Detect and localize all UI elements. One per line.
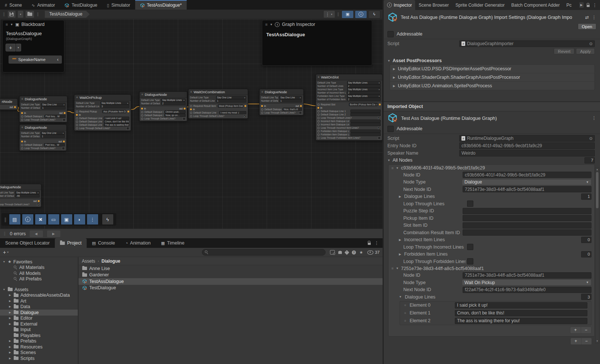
object-picker-icon[interactable]: ⊙ <box>376 103 378 106</box>
drag-handle-icon[interactable]: ∥ <box>4 231 6 236</box>
node-dropdown[interactable]: Say Multiple Lines▾ <box>15 191 40 194</box>
node-text-field[interactable]: Psst boy... W <box>44 115 66 118</box>
postprocessor-item[interactable]: ▶UnityEditor.ShaderGraph.ShaderGraphAsse… <box>390 73 594 82</box>
graph-node-waitoncombination[interactable]: ≡WaitOnCombinationDefault Line TypeSay O… <box>188 89 248 119</box>
breadcrumb-root[interactable]: Assets <box>82 259 95 264</box>
footer-half-button[interactable]: ◗ <box>74 214 86 225</box>
node-dropdown[interactable]: Say One Line▾ <box>41 103 66 106</box>
port[interactable] <box>317 120 320 122</box>
foldout-closed-icon[interactable]: ▶ <box>393 84 395 88</box>
port[interactable] <box>317 117 320 119</box>
port[interactable] <box>76 121 78 123</box>
node-text-field[interactable] <box>350 133 381 136</box>
node-collapse-icon[interactable]: ≡ <box>21 97 23 101</box>
kebab-menu-icon[interactable]: ⋮ <box>592 115 596 121</box>
foldout-open-icon[interactable]: ▼ <box>2 260 6 263</box>
port[interactable] <box>190 115 192 117</box>
scroll-up-icon[interactable]: ▲ <box>596 168 599 171</box>
breadcrumb-current[interactable]: Dialogue <box>101 259 120 264</box>
search-input[interactable] <box>202 249 326 256</box>
save-options-button[interactable]: ▼ <box>17 10 24 18</box>
node-dropdown[interactable]: Say One Line▾ <box>279 96 302 99</box>
out-port[interactable] <box>244 105 246 107</box>
graph-node-dialoguenode[interactable]: ≡DialogueNodeDefault Line TypeSay One Li… <box>19 124 67 151</box>
in-port[interactable] <box>21 141 23 142</box>
foldout-open-icon[interactable]: ▼ <box>2 288 6 291</box>
port[interactable] <box>141 114 143 117</box>
in-port[interactable] <box>317 107 319 109</box>
node-value-field[interactable]: 1 <box>41 135 65 138</box>
drag-handle-icon[interactable]: ≡ <box>391 166 394 170</box>
add-element-button[interactable]: + <box>570 327 581 333</box>
tree-item-addressableassetsdata[interactable]: ▶AddressableAssetsData <box>0 293 78 299</box>
footer-info-button[interactable] <box>22 214 34 225</box>
node-text-field[interactable] <box>350 129 381 133</box>
edge[interactable] <box>131 107 140 109</box>
in-port[interactable] <box>261 105 263 107</box>
doc-tab-animator[interactable]: ∿Animator <box>27 0 60 10</box>
port[interactable] <box>21 115 23 118</box>
add-property-button[interactable]: + <box>6 44 16 51</box>
node-text-field[interactable]: The ass is waiting there for y <box>104 123 129 127</box>
save-button[interactable] <box>7 10 16 18</box>
foldout-closed-icon[interactable]: ▶ <box>8 294 12 297</box>
file-row-anne-lise[interactable]: Anne Lise <box>79 265 383 272</box>
out-port[interactable] <box>379 104 381 105</box>
tab-timeline[interactable]: ▦Timeline <box>156 238 190 248</box>
out-port[interactable] <box>184 108 186 109</box>
node-collapse-icon[interactable]: ≡ <box>21 126 23 129</box>
node-checkbox[interactable] <box>183 117 186 120</box>
previous-error-button[interactable]: ◀ <box>29 230 43 237</box>
node-text-field[interactable]: I need my meat :( <box>219 111 246 114</box>
tree-item-all-models[interactable]: All Models <box>0 270 78 276</box>
port[interactable] <box>317 124 320 126</box>
show-in-project-button[interactable] <box>25 10 34 18</box>
favorite-icon[interactable]: ★ <box>359 250 363 255</box>
field-next-node-id[interactable]: f22a475e-4c2f-41c6-9b73-6a83498abfe0 <box>463 287 591 293</box>
tree-item-scenes[interactable]: ▶Scenes <box>0 350 78 356</box>
out-port[interactable] <box>300 105 302 107</box>
inspector-menu-icon[interactable]: ⋮ <box>593 3 597 8</box>
graph-node-dialoguenode[interactable]: ≡DialogueNodeDefault Line TypeSay One Li… <box>259 89 304 115</box>
checkbox-loop-through-incorrect-lines[interactable] <box>467 244 473 250</box>
port[interactable] <box>21 144 23 146</box>
dropdown-node-type[interactable]: Wait On Pickup▼ <box>462 279 591 286</box>
tab-scene-browser[interactable]: Scene Browser <box>415 0 452 10</box>
tree-item-scripts[interactable]: ▶Scripts <box>0 355 78 361</box>
minimap-toggle[interactable]: ϟ <box>368 10 380 18</box>
in-port[interactable] <box>141 108 143 109</box>
drag-handle-icon[interactable]: ≡ <box>402 303 408 307</box>
out-port[interactable] <box>63 141 65 142</box>
graph-node-waitonslot[interactable]: ≡WaitOnSlotDefault Line TypeSay Multiple… <box>316 74 383 141</box>
foldout-closed-icon[interactable]: ▶ <box>8 311 12 314</box>
field-puzzle-step-id[interactable] <box>463 208 591 214</box>
open-search-icon[interactable] <box>330 250 335 255</box>
node-checkbox[interactable]: ✓ <box>378 117 381 119</box>
graph-inspector-toggle[interactable] <box>355 10 367 18</box>
tab-scene-object-locator[interactable]: Scene Object Locator <box>0 238 55 248</box>
foldout-open-icon[interactable]: ▼ <box>399 295 402 299</box>
edge[interactable] <box>304 104 316 106</box>
tree-item-editor[interactable]: ▶Editor <box>0 316 78 321</box>
node-text-field[interactable]: Bonfire (Pickup Item Da⊙ <box>349 103 378 106</box>
tree-item-playables[interactable]: Playables <box>0 333 78 338</box>
node-dropdown[interactable]: Say Multiple Lines▾ <box>347 94 381 98</box>
graph-node-rtnode[interactable]: ≡rtNodeout <box>0 98 18 110</box>
drag-handle-icon[interactable]: ∥ <box>4 217 7 222</box>
port[interactable] <box>76 124 78 126</box>
port[interactable] <box>21 147 23 149</box>
dropdown-node-type[interactable]: Dialogue▼ <box>462 179 591 185</box>
node-value-field[interactable]: 3 <box>100 105 129 108</box>
tab-sprite-collider-generator[interactable]: Sprite Collider Generator <box>452 0 508 10</box>
file-row-gardener[interactable]: Gardener <box>79 272 383 279</box>
field-speaker-name[interactable]: Weirdo <box>459 150 595 156</box>
doc-tab-simulator[interactable]: ▯Simulator <box>102 0 135 10</box>
foldout-closed-icon[interactable]: ▶ <box>8 340 12 343</box>
array-size-field[interactable]: 0 <box>581 251 591 257</box>
tab-pc[interactable]: Pc <box>563 0 575 10</box>
remove-element-button[interactable]: − <box>581 338 592 344</box>
out-port[interactable] <box>14 106 16 108</box>
node-text-field[interactable] <box>350 123 381 126</box>
doc-tab-testassdialogue[interactable]: TestAssDialogue* <box>135 0 187 10</box>
node-text-field[interactable]: I said pick it up! <box>104 117 129 120</box>
